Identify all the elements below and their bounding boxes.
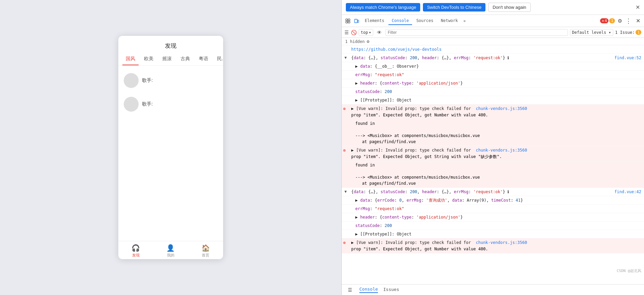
error-icon-3: ⊗ bbox=[343, 240, 346, 246]
artist-label-1: 歌手: bbox=[142, 77, 153, 84]
hidden-settings-icon[interactable]: ⚙ bbox=[367, 39, 369, 44]
bottom-tab-issues[interactable]: Issues bbox=[383, 287, 399, 293]
line-ref-52[interactable]: find.vue:52 bbox=[615, 55, 641, 61]
console-clear-button[interactable]: 🚫 bbox=[351, 30, 357, 35]
issues-badge: 1 Issue: 1 bbox=[615, 30, 641, 35]
bottom-tab-console[interactable]: Console bbox=[359, 287, 378, 293]
more-tabs-button[interactable]: » bbox=[462, 19, 467, 23]
error-count: 4 bbox=[605, 19, 607, 23]
footer-home-label: 首页 bbox=[202, 253, 209, 258]
app-footer: 🎧 发现 👤 我的 🏠 首页 bbox=[118, 241, 223, 259]
artist-row-1: 歌手: bbox=[124, 71, 218, 90]
error-badge: ✕ 4 bbox=[600, 18, 609, 23]
banner-close-button[interactable]: ✕ bbox=[636, 4, 640, 10]
footer-mine-label: 我的 bbox=[167, 253, 174, 258]
hidden-count: 1 hidden bbox=[345, 39, 365, 44]
tab-network[interactable]: Network bbox=[437, 17, 461, 25]
tab-yaogong[interactable]: 摇滚 bbox=[159, 53, 175, 65]
artist-row-2: 歌手: bbox=[124, 95, 218, 114]
artist-avatar-1 bbox=[124, 73, 139, 88]
top-dropdown-icon: ▾ bbox=[369, 30, 371, 35]
app-title: 发现 bbox=[118, 36, 223, 53]
error-detail-2: found in ---> <Musicbox> at components/m… bbox=[342, 161, 644, 188]
mobile-frame: 发现 国风 欧美 摇滚 古典 粤语 民... 歌手: 歌手: 🎧 发现 bbox=[118, 36, 223, 259]
error-icon: ✕ bbox=[602, 19, 604, 23]
console-line-proto1: ▶ [[Prototype]]: Object bbox=[342, 96, 644, 105]
console-line-errmsg2: errMsg: "request:ok" bbox=[342, 205, 644, 213]
console-line-status2: statusCode: 200 bbox=[342, 222, 644, 230]
console-line-header1: ▶ header: {content-type: 'application/js… bbox=[342, 79, 644, 88]
bottom-sidebar-button[interactable]: ☰ bbox=[346, 286, 354, 294]
top-selector[interactable]: top ▾ bbox=[359, 29, 373, 36]
console-toolbar: ☰ 🚫 top ▾ 👁 Default levels ▾ 1 Issue: 1 bbox=[342, 27, 644, 38]
github-link[interactable]: https://github.com/vuejs/vue-devtools bbox=[351, 47, 442, 52]
issues-count: 1 bbox=[636, 30, 641, 35]
tab-elements[interactable]: Elements bbox=[361, 17, 388, 25]
default-levels-dropdown[interactable]: Default levels ▾ bbox=[570, 29, 613, 36]
console-line-52: ▼ {data: {…}, statusCode: 200, header: {… bbox=[342, 54, 644, 62]
home-icon: 🏠 bbox=[201, 244, 210, 252]
switch-chinese-button[interactable]: Switch DevTools to Chinese bbox=[423, 3, 485, 12]
line-ref-42[interactable]: find.vue:42 bbox=[615, 189, 641, 195]
devtools-panel: Always match Chrome's language Switch De… bbox=[341, 0, 644, 295]
svg-rect-5 bbox=[358, 20, 359, 22]
warning-count: 1 bbox=[611, 19, 613, 23]
svg-rect-1 bbox=[348, 19, 350, 20]
issues-label: 1 Issue: bbox=[615, 30, 635, 35]
console-line-data: ▶ data: {__ob__: Observer} bbox=[342, 62, 644, 71]
error-link-2[interactable]: chunk-vendors.js:3560 bbox=[476, 148, 527, 153]
match-language-button[interactable]: Always match Chrome's language bbox=[346, 3, 420, 12]
eye-button[interactable]: 👁 bbox=[375, 28, 383, 37]
footer-discover[interactable]: 🎧 发现 bbox=[118, 244, 153, 258]
top-label: top bbox=[361, 30, 368, 35]
console-line-header2: ▶ header: {content-type: 'application/js… bbox=[342, 213, 644, 222]
category-tabs: 国风 欧美 摇滚 古典 粤语 民... bbox=[118, 53, 223, 66]
filter-input[interactable] bbox=[385, 29, 568, 36]
hidden-bar: 1 hidden ⚙ bbox=[342, 38, 644, 45]
tab-sources[interactable]: Sources bbox=[413, 17, 437, 25]
console-error-3: ⊗ ▶ [Vue warn]: Invalid prop: type check… bbox=[342, 239, 644, 253]
footer-home[interactable]: 🏠 首页 bbox=[188, 244, 223, 258]
svg-rect-0 bbox=[346, 19, 348, 20]
error-icon-2: ⊗ bbox=[343, 147, 346, 154]
mine-icon: 👤 bbox=[166, 244, 175, 252]
footer-discover-label: 发现 bbox=[132, 253, 140, 258]
svg-rect-2 bbox=[346, 21, 348, 23]
console-error-1: ⊗ ▶ [Vue warn]: Invalid prop: type check… bbox=[342, 105, 644, 119]
watermark: CSDN @赵北风 bbox=[617, 268, 641, 273]
console-line-data2: ▶ data: {errCode: 0, errMsg: '查询成功', dat… bbox=[342, 196, 644, 205]
artist-label-2: 歌手: bbox=[142, 101, 153, 107]
tab-yueyu[interactable]: 粤语 bbox=[195, 53, 212, 65]
svg-rect-3 bbox=[348, 21, 350, 23]
device-toolbar-button[interactable] bbox=[353, 17, 361, 25]
svg-rect-4 bbox=[355, 19, 357, 23]
app-content: 歌手: 歌手: bbox=[118, 66, 223, 241]
error-link-3[interactable]: chunk-vendors.js:3560 bbox=[476, 240, 527, 245]
devtools-close-button[interactable]: ✕ bbox=[634, 17, 642, 25]
console-line-42: ▼ {data: {…}, statusCode: 200, header: {… bbox=[342, 188, 644, 196]
footer-mine[interactable]: 👤 我的 bbox=[153, 244, 188, 258]
dont-show-again-button[interactable]: Don't show again bbox=[488, 3, 530, 12]
tab-oumei[interactable]: 欧美 bbox=[141, 53, 157, 65]
console-error-2: ⊗ ▶ [Vue warn]: Invalid prop: type check… bbox=[342, 146, 644, 161]
warning-badge: 1 bbox=[609, 18, 615, 23]
console-sidebar-button[interactable]: ☰ bbox=[344, 30, 349, 35]
settings-button[interactable]: ⚙ bbox=[616, 17, 624, 25]
tab-min[interactable]: 民... bbox=[214, 53, 223, 65]
tab-console[interactable]: Console bbox=[388, 17, 412, 25]
inspect-element-button[interactable] bbox=[344, 17, 352, 25]
error-icon-1: ⊗ bbox=[343, 106, 346, 112]
console-line-status1: statusCode: 200 bbox=[342, 88, 644, 96]
tab-gudian[interactable]: 古典 bbox=[177, 53, 193, 65]
error-detail-1: found in ---> <Musicbox> at components/m… bbox=[342, 119, 644, 146]
discover-icon: 🎧 bbox=[132, 244, 140, 252]
tab-guofeng[interactable]: 国风 bbox=[122, 53, 139, 65]
console-line-proto2: ▶ [[Prototype]]: Object bbox=[342, 230, 644, 239]
language-banner: Always match Chrome's language Switch De… bbox=[342, 0, 644, 15]
console-line-errmsg1: errMsg: "request:ok" bbox=[342, 71, 644, 79]
console-line-github: https://github.com/vuejs/vue-devtools bbox=[342, 45, 644, 54]
console-bottom-bar: ☰ Console Issues bbox=[342, 284, 644, 295]
console-output[interactable]: https://github.com/vuejs/vue-devtools ▼ … bbox=[342, 45, 644, 284]
error-link-1[interactable]: chunk-vendors.js:3560 bbox=[476, 106, 527, 111]
more-options-button[interactable]: ⋮ bbox=[624, 17, 633, 25]
